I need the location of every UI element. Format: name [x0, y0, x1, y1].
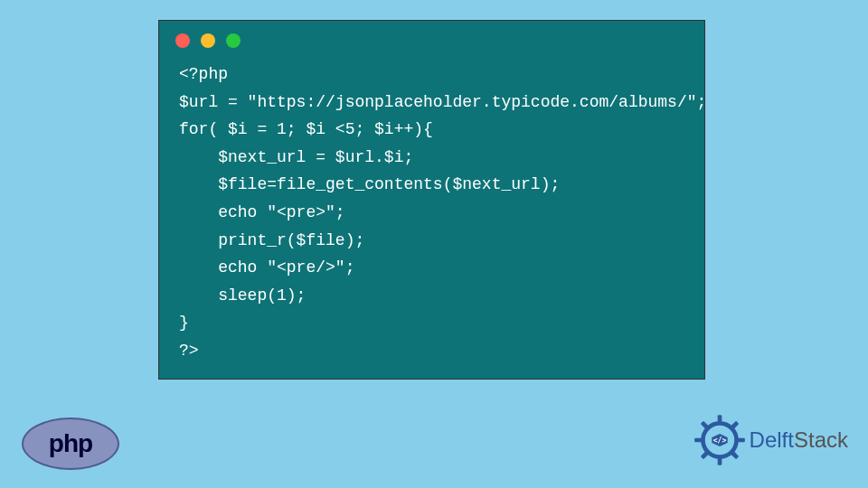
code-line: sleep(1);	[179, 286, 306, 305]
php-logo: php	[22, 418, 119, 470]
code-content: <?php $url = "https://jsonplaceholder.ty…	[159, 57, 704, 381]
code-line: }	[179, 314, 189, 332]
code-line: print_r($file);	[179, 231, 364, 249]
code-line: $file=file_get_contents($next_url);	[179, 175, 560, 193]
code-line: for( $i = 1; $i <5; $i++){	[179, 120, 433, 138]
minimize-icon	[201, 33, 215, 48]
code-line: <?php	[179, 65, 228, 83]
code-line: echo "<pre>";	[179, 203, 345, 221]
code-line: $url = "https://jsonplaceholder.typicode…	[179, 93, 706, 111]
delftstack-logo: </> DelftStack	[693, 414, 848, 466]
code-line: $next_url = $url.$i;	[179, 148, 413, 166]
window-controls	[159, 21, 704, 57]
svg-rect-2	[717, 458, 722, 465]
svg-rect-1	[717, 415, 722, 422]
svg-rect-3	[694, 438, 702, 443]
php-logo-ellipse: php	[22, 418, 119, 470]
delftstack-text: DelftStack	[750, 427, 848, 453]
svg-rect-4	[737, 438, 744, 443]
delft-prefix: Delft	[750, 427, 794, 452]
delft-suffix: Stack	[794, 427, 848, 452]
code-line: echo "<pre/>";	[179, 258, 354, 277]
maximize-icon	[226, 33, 241, 48]
code-window: <?php $url = "https://jsonplaceholder.ty…	[158, 20, 705, 380]
delftstack-icon: </>	[693, 414, 746, 466]
gear-icon: </>	[693, 414, 746, 466]
php-logo-text: php	[49, 429, 92, 458]
svg-text:</>: </>	[712, 436, 726, 445]
code-line: ?>	[179, 342, 199, 360]
close-icon	[175, 33, 190, 48]
